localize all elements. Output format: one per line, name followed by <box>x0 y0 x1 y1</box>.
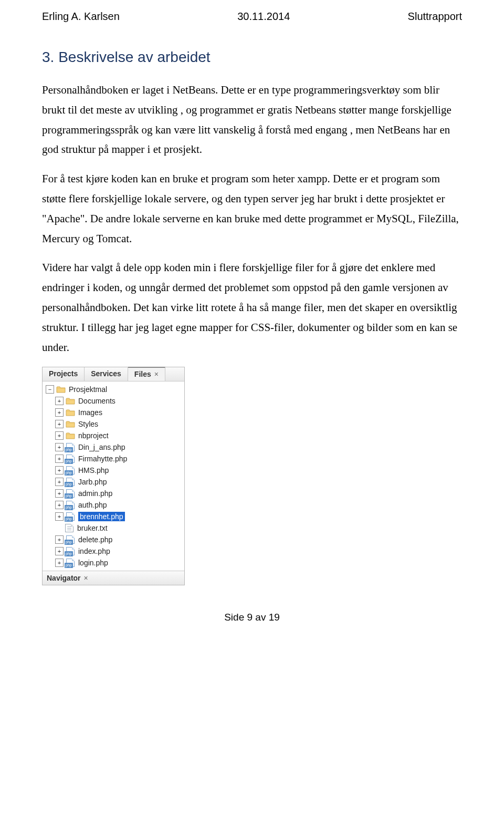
tree-item[interactable]: Styles <box>44 418 183 430</box>
tree-item[interactable]: nbproject <box>44 430 183 441</box>
section-title: 3. Beskrivelse av arbeidet <box>42 49 462 66</box>
expand-icon[interactable] <box>55 408 64 417</box>
tree-item-label: Din_j_ans.php <box>78 443 125 451</box>
tree-item-label: Images <box>78 408 102 417</box>
navigator-label: Navigator <box>47 574 81 582</box>
tree-item[interactable]: phpauth.php <box>44 499 183 511</box>
tree-item-label: index.php <box>78 547 110 555</box>
tab-projects[interactable]: Projects <box>43 367 85 381</box>
tree-item[interactable]: phpindex.php <box>44 545 183 557</box>
paragraph: For å test kjøre koden kan en bruke et p… <box>42 169 462 249</box>
expand-icon[interactable] <box>55 443 64 451</box>
page-header: Erling A. Karlsen 30.11.2014 Sluttrappor… <box>42 11 462 23</box>
php-file-icon: php <box>66 535 75 544</box>
expand-icon[interactable] <box>55 478 64 486</box>
tree-item[interactable]: Documents <box>44 395 183 407</box>
tree-item[interactable]: phpadmin.php <box>44 488 183 499</box>
expand-icon[interactable] <box>55 535 64 544</box>
page-footer: Side 9 av 19 <box>42 612 462 623</box>
tree-item-label: login.php <box>78 559 108 567</box>
tree-item[interactable]: phpDin_j_ans.php <box>44 441 183 453</box>
tree-item[interactable]: Images <box>44 407 183 418</box>
tree-item-label: brennhet.php <box>78 512 125 521</box>
close-icon[interactable]: × <box>84 574 88 582</box>
expand-icon[interactable] <box>55 501 64 509</box>
tree-item-label: Documents <box>78 397 116 405</box>
paragraph: Videre har valgt å dele opp koden min i … <box>42 258 462 357</box>
tree-item[interactable]: phpFirmahytte.php <box>44 453 183 465</box>
php-file-icon: php <box>66 455 75 463</box>
php-file-icon: php <box>66 559 75 567</box>
tree-item-label: admin.php <box>78 489 112 498</box>
php-file-icon: php <box>66 512 75 521</box>
folder-icon <box>56 385 66 394</box>
expand-icon[interactable] <box>55 512 64 521</box>
php-file-icon: php <box>66 501 75 509</box>
php-file-icon: php <box>66 547 75 555</box>
header-author: Erling A. Karlsen <box>42 11 120 23</box>
close-icon[interactable]: × <box>154 370 159 378</box>
tree-item[interactable]: phpdelete.php <box>44 534 183 545</box>
tab-files-label: Files <box>134 370 151 378</box>
tab-services[interactable]: Services <box>85 367 128 381</box>
header-doc-type: Sluttrapport <box>408 11 462 23</box>
ide-panel: Projects Services Files× ProsjektmalDocu… <box>42 367 185 585</box>
tree-item-label: Firmahytte.php <box>78 455 127 463</box>
no-toggle <box>55 524 62 532</box>
php-file-icon: php <box>66 466 75 474</box>
tree-item[interactable]: phpHMS.php <box>44 465 183 476</box>
folder-icon <box>66 420 75 428</box>
tree-item-label: delete.php <box>78 535 112 544</box>
expand-icon[interactable] <box>55 489 64 498</box>
tree-item-label: HMS.php <box>78 466 109 474</box>
tree-item-label: Jarb.php <box>78 478 107 486</box>
ide-tabs: Projects Services Files× <box>43 367 184 381</box>
tree-item-label: Styles <box>78 420 98 428</box>
collapse-icon[interactable] <box>46 385 54 394</box>
expand-icon[interactable] <box>55 420 64 428</box>
navigator-bar[interactable]: Navigator× <box>43 571 184 585</box>
expand-icon[interactable] <box>55 466 64 474</box>
folder-icon <box>66 431 75 440</box>
tree-item-label: nbproject <box>78 431 109 440</box>
folder-icon <box>66 397 75 405</box>
tree-item[interactable]: phpbrennhet.php <box>44 511 183 522</box>
tab-files[interactable]: Files× <box>128 367 165 381</box>
tree-item-label: auth.php <box>78 501 107 509</box>
expand-icon[interactable] <box>55 547 64 555</box>
tree-item-label: Prosjektmal <box>69 385 107 394</box>
folder-icon <box>66 408 75 417</box>
php-file-icon: php <box>66 443 75 451</box>
tree-item[interactable]: bruker.txt <box>44 522 183 534</box>
text-file-icon <box>65 524 74 532</box>
expand-icon[interactable] <box>55 455 64 463</box>
tree-item[interactable]: phpJarb.php <box>44 476 183 488</box>
paragraph: Personalhåndboken er laget i NetBeans. D… <box>42 80 462 160</box>
php-file-icon: php <box>66 478 75 486</box>
header-date: 30.11.2014 <box>237 11 290 23</box>
tree-item-label: bruker.txt <box>77 524 108 532</box>
file-tree: ProsjektmalDocumentsImagesStylesnbprojec… <box>43 381 184 571</box>
tree-item[interactable]: Prosjektmal <box>44 384 183 395</box>
expand-icon[interactable] <box>55 431 64 440</box>
expand-icon[interactable] <box>55 397 64 405</box>
expand-icon[interactable] <box>55 559 64 567</box>
php-file-icon: php <box>66 489 75 498</box>
tree-item[interactable]: phplogin.php <box>44 557 183 569</box>
